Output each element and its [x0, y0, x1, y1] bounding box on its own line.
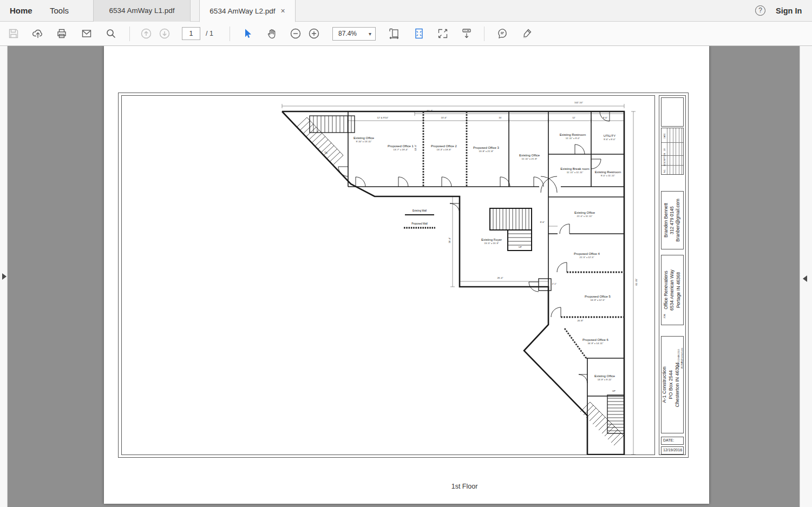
title-block: DATE BY DESCRIPTION NO. Brandon Bennett … [659, 95, 686, 455]
read-mode-icon[interactable] [437, 28, 449, 39]
document-tab-2[interactable]: 6534 AmWay L2.pdf× [199, 0, 296, 22]
hide-toolbar-icon[interactable] [461, 28, 473, 39]
nav-home[interactable]: Home [10, 0, 32, 22]
job-box: JOB: Office Renovations 6534 American Wa… [661, 255, 684, 325]
contractor-line: PO Box 2544 [667, 339, 674, 431]
next-page-icon[interactable] [159, 28, 171, 39]
room-label: Proposed Office 315'-8" x 21'-8" [473, 146, 499, 153]
zoom-in-icon[interactable] [308, 28, 320, 39]
acrobat-window: Home Tools 6534 AmWay L1.pdf 6534 AmWay … [0, 0, 812, 507]
legend-existing-wall: Existing Wall [412, 209, 427, 212]
pdf-page: Existing Wall Proposed Wall Existing Off… [104, 46, 709, 504]
document-area: Existing Wall Proposed Wall Existing Off… [0, 46, 812, 507]
job-line: Office Renovations [663, 256, 669, 324]
search-icon[interactable] [105, 28, 117, 39]
designer-name: Brandon Bennett [663, 192, 669, 248]
job-line: 6534 American Way [669, 256, 675, 324]
fit-page-icon[interactable] [413, 28, 425, 39]
chevron-down-icon: ▾ [369, 28, 371, 40]
contractor-email: A1264B@hotmail.com [681, 348, 684, 368]
comment-icon[interactable] [496, 28, 508, 39]
room-label: Existing Restroom9'-0" x 11'-11" [595, 170, 621, 177]
expand-right-panel-icon[interactable] [803, 275, 807, 282]
contractor-name: A-1 Construction [661, 339, 667, 431]
dimension-annotation: 30'-4" [448, 237, 451, 243]
dimension-annotation: 12' & 9'10" [377, 116, 389, 119]
interior-walls [348, 111, 624, 416]
room-label: Existing Office9'-10" x 13'-11" [353, 136, 374, 143]
highlight-icon[interactable] [521, 28, 533, 39]
dimension-annotation: 8'-6" [603, 116, 608, 119]
dimension-annotation: 13'-6" [441, 116, 447, 119]
email-icon[interactable] [81, 28, 93, 39]
room-label: Existing Break room11'-11" x 11'-11" [560, 167, 590, 174]
dimension-annotation: 26'-4" [497, 276, 503, 279]
floor-caption: 1st Floor [451, 483, 478, 490]
designer-phone: 312 479 0145 [669, 192, 675, 248]
dimension-annotation: 102'-10" [574, 101, 583, 104]
zoom-out-icon[interactable] [290, 28, 302, 39]
nav-tools[interactable]: Tools [50, 0, 69, 22]
dimension-annotation: 2'-1" [552, 282, 557, 285]
print-icon[interactable] [56, 28, 68, 39]
rev-header-description: DESCRIPTION [664, 153, 666, 167]
rev-header-no: NO. [664, 169, 666, 173]
sign-in-button[interactable]: Sign In [776, 0, 802, 22]
dimension-annotation: 15' [499, 116, 502, 119]
room-label: Proposed Office 616'-9" x 14'-11" [582, 338, 608, 345]
room-label: Existing Office11'-11" x 21'-8" [519, 154, 540, 160]
contractor-line: Chesterton IN 46304 [674, 339, 680, 431]
document-tab-1[interactable]: 6534 AmWay L1.pdf [93, 0, 191, 22]
date-value: 12/19/2016 [661, 446, 684, 455]
dimension-annotation: UP [519, 246, 522, 248]
tab-bar: Home Tools 6534 AmWay L1.pdf 6534 AmWay … [0, 0, 812, 22]
room-label: Proposed Office 516'-9" x 12'-5" [585, 295, 611, 301]
dimension-annotation: 20'-8" [577, 319, 583, 322]
rev-header-by: BY [664, 148, 666, 151]
logo-box [661, 97, 684, 127]
room-label: Existing Office21'-0" x 11'-11" [574, 211, 595, 218]
date-label: DATE: [661, 437, 684, 445]
revision-table: DATE BY DESCRIPTION NO. [661, 128, 684, 175]
toolbar: / 1 87.4% ▾ [0, 22, 812, 46]
page-number-input[interactable] [182, 27, 200, 40]
revision-grid [667, 128, 684, 174]
page-total-label: / 1 [206, 22, 213, 46]
dimension-annotation: UP [612, 390, 615, 392]
help-icon[interactable]: ? [755, 5, 765, 16]
room-label: Proposed Office 421'-5" x 12'-5" [574, 252, 600, 259]
floor-plan: Existing Wall Proposed Wall Existing Off… [121, 95, 655, 455]
left-panel-toggle[interactable] [0, 46, 8, 507]
dimension-annotation: 61'-05" [635, 278, 638, 286]
room-label: Existing Office13'-9" x 9'-11" [594, 374, 615, 381]
dimension-annotation: 8'-6" [540, 221, 545, 223]
zoom-level-select[interactable]: 87.4% ▾ [332, 27, 376, 41]
room-label: Proposed Office 213'-3" x 19'-8" [431, 144, 457, 151]
hand-tool-icon[interactable] [266, 28, 278, 39]
right-panel-toggle[interactable] [800, 46, 812, 507]
zoom-level-value: 87.4% [338, 30, 357, 37]
expand-left-panel-icon[interactable] [2, 273, 6, 280]
previous-page-icon[interactable] [140, 28, 152, 39]
stairs [297, 116, 624, 445]
legend-lines [404, 215, 435, 228]
share-icon[interactable] [32, 28, 44, 39]
job-line: Portage IN 46368 [676, 256, 682, 324]
room-label: Existing Restroom11'-11" x 9'-0" [560, 133, 586, 140]
dimension-annotation: 19'-4" [414, 144, 417, 150]
save-icon[interactable] [8, 28, 19, 39]
legend-proposed-wall: Proposed Wall [411, 222, 428, 225]
dimension-annotation: 60'-4" [427, 109, 433, 112]
room-label: Existing Foyer15'-5" x 15'-9" [481, 238, 502, 245]
room-label: Proposed Office 113'-7" x 19'-4" [388, 144, 414, 151]
close-tab-icon[interactable]: × [280, 6, 285, 15]
tab-label: 6534 AmWay L1.pdf [109, 6, 174, 15]
fit-width-icon[interactable] [388, 28, 400, 39]
designer-box: Brandon Bennett 312 479 0145 Branben@gma… [661, 191, 684, 249]
contractor-box: Brian 219 406 2553 A1264B@hotmail.com A-… [661, 336, 684, 433]
tab-label: 6534 AmWay L2.pdf [209, 7, 275, 15]
room-label: UTILITY9'-6" x 9'-0" [604, 134, 615, 141]
dimension-annotation: 12' [572, 116, 575, 119]
designer-email: Branben@gmail.com [676, 192, 682, 248]
select-tool-icon[interactable] [241, 28, 253, 39]
